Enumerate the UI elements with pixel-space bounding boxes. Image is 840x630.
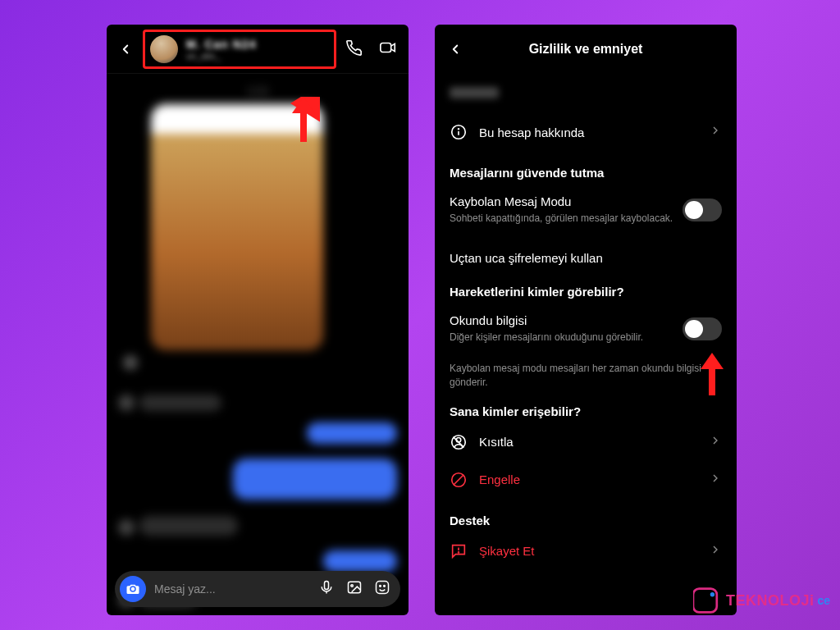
message-bubble (233, 459, 397, 500)
read-receipts-label: Okundu bilgisi (450, 313, 643, 327)
message-bubble (139, 516, 238, 536)
watermark-icon (693, 586, 723, 615)
svg-point-17 (459, 552, 459, 553)
read-receipts-sub: Diğer kişiler mesajlarını okuduğunu göre… (450, 331, 643, 344)
e2e-label: Uçtan uca şifrelemeyi kullan (450, 251, 603, 265)
sticker-icon[interactable] (374, 579, 390, 599)
svg-point-10 (459, 129, 459, 130)
timestamp: 12:35 (118, 87, 397, 96)
svg-point-20 (710, 592, 714, 596)
username-blurred (450, 87, 499, 98)
section-support: Destek (450, 514, 722, 527)
video-call-icon[interactable] (377, 39, 399, 60)
restrict-label: Kısıtla (479, 435, 514, 449)
privacy-settings-screen: Gizlilik ve emniyet Bu hesap hakkında Me… (435, 25, 737, 615)
read-receipts-row[interactable]: Okundu bilgisi Diğer kişiler mesajlarını… (450, 304, 722, 354)
chevron-right-icon (709, 543, 722, 559)
about-account-row[interactable]: Bu hesap hakkında (450, 113, 722, 151)
svg-rect-4 (377, 582, 389, 594)
block-row[interactable]: Engelle (450, 461, 722, 499)
report-row[interactable]: Şikayet Et (450, 532, 722, 570)
watermark-suffix: ce (817, 594, 830, 607)
vanish-toggle[interactable] (682, 199, 722, 221)
info-icon (450, 123, 468, 141)
chevron-right-icon (709, 472, 722, 488)
call-icon[interactable] (345, 39, 363, 60)
chat-header: M. Can N24 un_abc_ (107, 25, 409, 74)
report-label: Şikayet Et (479, 544, 535, 558)
watermark: TEKNOLOJi ce (693, 586, 830, 615)
chat-screen: M. Can N24 un_abc_ 12:35 (107, 25, 409, 615)
gallery-icon[interactable] (346, 579, 363, 599)
section-keep-safe: Mesajlarını güvende tutma (450, 166, 722, 180)
chat-body-blurred: 12:35 (107, 74, 409, 571)
about-account-label: Bu hesap hakkında (479, 126, 584, 139)
mic-icon[interactable] (318, 579, 335, 599)
svg-point-5 (380, 586, 381, 587)
sender-avatar (118, 519, 135, 536)
vanish-mode-sub: Sohbeti kapattığında, görülen mesajlar k… (450, 212, 673, 225)
e2e-row[interactable]: Uçtan uca şifrelemeyi kullan (450, 243, 722, 270)
svg-rect-2 (349, 582, 361, 592)
chevron-right-icon (709, 434, 722, 450)
back-button[interactable] (116, 40, 135, 58)
message-bubble (139, 395, 221, 411)
svg-point-3 (351, 585, 354, 587)
report-icon (450, 542, 468, 560)
message-bubble (307, 422, 397, 444)
restrict-icon (450, 433, 468, 451)
avatar (150, 35, 178, 63)
settings-header: Gizlilik ve emniyet (435, 25, 737, 74)
contact-subtitle: un_abc_ (186, 51, 256, 61)
vanish-mode-row[interactable]: Kaybolan Mesaj Modu Sohbeti kapattığında… (450, 185, 722, 235)
section-activity: Hareketlerini kimler görebilir? (450, 285, 722, 299)
svg-rect-0 (381, 43, 391, 52)
composer (115, 571, 400, 607)
reaction-avatar (123, 355, 138, 370)
read-receipts-note: Kaybolan mesaj modu mesajları her zaman … (450, 362, 722, 390)
vanish-mode-label: Kaybolan Mesaj Modu (450, 194, 673, 208)
image-message (151, 104, 323, 350)
block-icon (450, 471, 468, 489)
contact-name: M. Can N24 (186, 38, 256, 51)
svg-line-15 (454, 475, 463, 484)
svg-rect-1 (325, 582, 329, 590)
sender-avatar (118, 395, 135, 411)
page-title: Gizlilik ve emniyet (435, 42, 737, 57)
message-bubble (323, 550, 397, 572)
chevron-right-icon (709, 124, 722, 140)
restrict-row[interactable]: Kısıtla (450, 423, 722, 461)
section-reach: Sana kimler erişebilir? (450, 404, 722, 418)
read-receipts-toggle[interactable] (682, 317, 722, 340)
watermark-text: TEKNOLOJi (726, 592, 815, 609)
message-input[interactable] (154, 582, 310, 596)
camera-button[interactable] (120, 576, 146, 602)
block-label: Engelle (479, 472, 520, 486)
contact-header-highlight[interactable]: M. Can N24 un_abc_ (143, 30, 336, 69)
svg-point-6 (384, 586, 386, 587)
